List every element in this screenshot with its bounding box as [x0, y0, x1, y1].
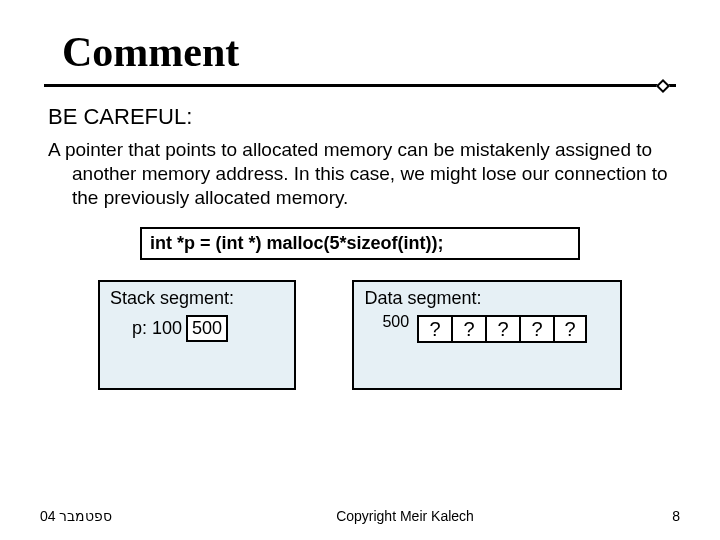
footer-date: ספטמבר 04 [40, 508, 190, 524]
footer-copyright: Copyright Meir Kalech [190, 508, 620, 524]
body-paragraph: A pointer that points to allocated memor… [48, 138, 672, 209]
data-cell: ? [553, 315, 587, 343]
data-segment: Data segment: 500 ? ? ? ? ? [352, 280, 622, 390]
slide-body: BE CAREFUL: A pointer that points to all… [0, 90, 720, 390]
stack-row: p: 100 500 [110, 315, 284, 342]
code-box: int *p = (int *) malloc(5*sizeof(int)); [140, 227, 580, 260]
careful-label: BE CAREFUL: [48, 104, 672, 130]
stack-title: Stack segment: [110, 288, 284, 309]
data-cell: ? [417, 315, 451, 343]
slide-title: Comment [0, 0, 720, 80]
stack-segment: Stack segment: p: 100 500 [98, 280, 296, 390]
slide: Comment BE CAREFUL: A pointer that point… [0, 0, 720, 540]
data-address: 500 [382, 313, 409, 331]
stack-pointer-value: 500 [186, 315, 228, 342]
footer-page-number: 8 [620, 508, 680, 524]
data-title: Data segment: [364, 288, 610, 309]
footer: ספטמבר 04 Copyright Meir Kalech 8 [0, 508, 720, 524]
data-cell: ? [519, 315, 553, 343]
data-cells: ? ? ? ? ? [417, 315, 587, 343]
underline-line [44, 84, 676, 87]
data-cell: ? [451, 315, 485, 343]
stack-pointer-label: p: 100 [132, 318, 182, 339]
segments-row: Stack segment: p: 100 500 Data segment: … [48, 280, 672, 390]
title-underline [44, 84, 676, 90]
data-cell: ? [485, 315, 519, 343]
data-row: 500 ? ? ? ? ? [364, 315, 610, 343]
